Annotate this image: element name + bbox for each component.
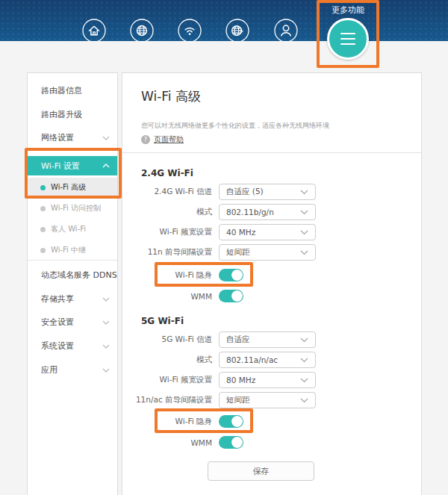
hamburger-icon bbox=[340, 33, 355, 35]
chevron-down-icon bbox=[300, 358, 308, 363]
sidebar-subitem-guest-wifi[interactable]: 客人 Wi-Fi bbox=[28, 220, 117, 239]
chevron-down-icon bbox=[102, 368, 110, 373]
wifi-icon[interactable] bbox=[178, 19, 202, 43]
chevron-down-icon bbox=[300, 250, 308, 255]
sidebar-item-ddns[interactable]: 动态域名服务 DDNS bbox=[28, 264, 117, 287]
field-row: Wi-Fi 频宽设置 80 MHz bbox=[122, 372, 421, 388]
chevron-down-icon bbox=[300, 210, 308, 215]
wifi-advanced-panel: Wi-Fi 高级 您可以对无线网络做更多个性化的设置，适应各种无线网络环境 ? … bbox=[122, 72, 422, 495]
sidebar-item-system-settings[interactable]: 系统设置 bbox=[28, 334, 117, 358]
topbar bbox=[0, 0, 448, 41]
user-icon[interactable] bbox=[274, 19, 298, 43]
field-row: 11n 前导间隔设置 短间距 bbox=[122, 244, 421, 261]
toggle-label: Wi-Fi 隐身 bbox=[122, 417, 219, 427]
page-title: Wi-Fi 高级 bbox=[141, 88, 201, 105]
chevron-up-icon bbox=[102, 164, 110, 168]
sidebar-item-router-info[interactable]: 路由器信息 bbox=[28, 79, 117, 102]
sidebar-subitem-wifi-repeater[interactable]: Wi-Fi 中继 bbox=[28, 240, 117, 260]
field-row: 2.4G Wi-Fi 信道 自适应 (5) bbox=[122, 184, 421, 200]
field-label: 2.4G Wi-Fi 信道 bbox=[122, 187, 219, 197]
field-row: 5G Wi-Fi 信道 自适应 bbox=[122, 331, 421, 348]
chevron-down-icon bbox=[300, 398, 308, 403]
field-label: 5G Wi-Fi 信道 bbox=[122, 334, 219, 345]
save-button[interactable]: 保存 bbox=[208, 461, 314, 481]
question-mark-icon: ? bbox=[141, 135, 150, 144]
sidebar-subitem-wifi-advanced[interactable]: Wi-Fi 高级 bbox=[28, 178, 117, 197]
field-label: 11n 前导间隔设置 bbox=[122, 247, 219, 258]
internet-icon[interactable] bbox=[225, 19, 249, 43]
chevron-down-icon bbox=[300, 378, 308, 383]
bandwidth-24g-select[interactable]: 40 MHz bbox=[219, 224, 316, 240]
wmm-5g-toggle[interactable] bbox=[219, 436, 243, 449]
field-row: 11n/ac 前导间隔设置 短间距 bbox=[122, 392, 421, 408]
bullet-dot-icon bbox=[40, 227, 46, 232]
page-description: 您可以对无线网络做更多个性化的设置，适应各种无线网络环境 bbox=[141, 121, 329, 131]
network-icon[interactable] bbox=[130, 19, 154, 43]
chevron-down-icon bbox=[102, 344, 110, 349]
channel-24g-select[interactable]: 自适应 (5) bbox=[219, 184, 316, 200]
wmm-24g-toggle[interactable] bbox=[219, 290, 243, 302]
chevron-down-icon bbox=[102, 297, 110, 302]
field-label: 模式 bbox=[122, 207, 219, 217]
section-title-24g: 2.4G Wi-Fi bbox=[141, 168, 193, 178]
sidebar-item-applications[interactable]: 应用 bbox=[28, 358, 117, 382]
sidebar-item-wifi-settings[interactable]: Wi-Fi 设置 bbox=[28, 156, 117, 175]
toggle-row: WMM bbox=[122, 436, 421, 449]
wifi-hide-5g-toggle[interactable] bbox=[219, 415, 243, 428]
bandwidth-5g-select[interactable]: 80 MHz bbox=[219, 372, 316, 388]
chevron-down-icon bbox=[300, 190, 308, 195]
bullet-dot-icon bbox=[40, 248, 46, 253]
toggle-label: WMM bbox=[122, 438, 219, 447]
more-functions-label: 更多功能 bbox=[317, 4, 379, 16]
chevron-down-icon bbox=[102, 320, 110, 325]
field-row: 模式 802.11b/g/n bbox=[122, 204, 421, 220]
sidebar-nav: 路由器信息 路由器升级 网络设置 Wi-Fi 设置 Wi-Fi 高级 Wi-Fi… bbox=[27, 72, 118, 495]
sidebar-item-security-settings[interactable]: 安全设置 bbox=[28, 311, 117, 334]
chevron-down-icon bbox=[102, 136, 110, 140]
section-title-5g: 5G Wi-Fi bbox=[141, 316, 184, 326]
field-label: Wi-Fi 频宽设置 bbox=[122, 227, 219, 237]
field-row: Wi-Fi 频宽设置 40 MHz bbox=[122, 224, 421, 240]
field-label: Wi-Fi 频宽设置 bbox=[122, 375, 219, 385]
sidebar-subitem-wifi-access-control[interactable]: Wi-Fi 访问控制 bbox=[28, 199, 117, 218]
bullet-dot-icon bbox=[40, 185, 46, 190]
preamble-5g-select[interactable]: 短间距 bbox=[219, 392, 316, 408]
chevron-down-icon bbox=[300, 337, 308, 343]
mode-5g-select[interactable]: 802.11a/n/ac bbox=[219, 352, 316, 368]
more-functions-menu-button[interactable] bbox=[327, 18, 369, 60]
channel-5g-select[interactable]: 自适应 bbox=[219, 331, 316, 348]
toggle-row: Wi-Fi 隐身 bbox=[122, 415, 421, 428]
header-divider bbox=[122, 152, 421, 153]
field-label: 模式 bbox=[122, 355, 219, 365]
sidebar-item-storage-share[interactable]: 存储共享 bbox=[28, 287, 117, 311]
toggle-row: Wi-Fi 隐身 bbox=[122, 269, 421, 281]
toggle-row: WMM bbox=[122, 290, 421, 302]
toggle-label: Wi-Fi 隐身 bbox=[122, 270, 219, 281]
sidebar-item-network-settings[interactable]: 网络设置 bbox=[28, 126, 117, 149]
home-icon[interactable] bbox=[82, 19, 106, 43]
sidebar-divider bbox=[28, 260, 117, 261]
preamble-24g-select[interactable]: 短间距 bbox=[219, 244, 316, 261]
sidebar-item-router-upgrade[interactable]: 路由器升级 bbox=[28, 103, 117, 126]
chevron-down-icon bbox=[300, 230, 308, 235]
mode-24g-select[interactable]: 802.11b/g/n bbox=[219, 204, 316, 220]
field-row: 模式 802.11a/n/ac bbox=[122, 352, 421, 368]
bullet-dot-icon bbox=[40, 206, 46, 211]
toggle-label: WMM bbox=[122, 292, 219, 301]
page-help-link[interactable]: ? 页面帮助 bbox=[141, 134, 184, 145]
wifi-hide-24g-toggle[interactable] bbox=[219, 269, 243, 281]
field-label: 11n/ac 前导间隔设置 bbox=[122, 395, 219, 405]
